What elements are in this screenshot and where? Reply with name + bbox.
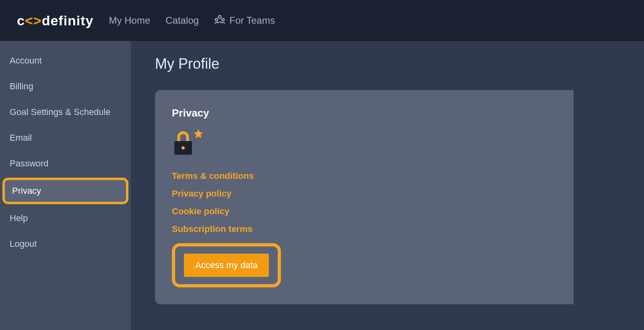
svg-point-1 xyxy=(215,18,218,21)
card-title: Privacy xyxy=(172,107,557,119)
content-area: My Profile Privacy Terms & conditions Pr… xyxy=(131,41,644,330)
link-label: Subscription terms xyxy=(172,224,252,234)
nav-for-teams[interactable]: For Teams xyxy=(214,14,275,27)
sidebar-item-help[interactable]: Help xyxy=(0,207,131,230)
logo-text-pre: c xyxy=(17,13,25,29)
sidebar-item-account[interactable]: Account xyxy=(0,49,131,72)
link-cookie-policy[interactable]: Cookie policy xyxy=(172,206,557,217)
sidebar-item-label: Privacy xyxy=(12,186,41,196)
link-terms-conditions[interactable]: Terms & conditions xyxy=(172,171,557,181)
logo[interactable]: c<>definity xyxy=(17,13,94,29)
privacy-card: Privacy Terms & conditions Privacy polic… xyxy=(155,90,574,304)
sidebar-item-label: Email xyxy=(10,133,32,143)
sidebar: Account Billing Goal Settings & Schedule… xyxy=(0,41,131,330)
nav-my-home-label: My Home xyxy=(109,15,151,26)
sidebar-item-password[interactable]: Password xyxy=(0,152,131,175)
sidebar-item-email[interactable]: Email xyxy=(0,126,131,150)
star-icon xyxy=(193,128,204,139)
svg-point-2 xyxy=(222,18,224,21)
sidebar-item-label: Help xyxy=(10,213,28,223)
link-privacy-policy[interactable]: Privacy policy xyxy=(172,189,557,199)
svg-point-0 xyxy=(218,16,221,18)
link-label: Privacy policy xyxy=(172,189,231,199)
sidebar-item-label: Account xyxy=(10,55,42,66)
sidebar-item-privacy[interactable]: Privacy xyxy=(2,178,128,204)
sidebar-item-goal-settings[interactable]: Goal Settings & Schedule xyxy=(0,100,131,124)
nav-catalog[interactable]: Catalog xyxy=(165,15,199,26)
svg-point-4 xyxy=(182,146,185,150)
link-label: Terms & conditions xyxy=(172,171,254,181)
nav-for-teams-label: For Teams xyxy=(229,15,275,26)
sidebar-item-label: Logout xyxy=(10,239,37,249)
link-label: Cookie policy xyxy=(172,206,229,216)
team-icon xyxy=(214,14,225,27)
page-title: My Profile xyxy=(155,55,644,72)
logo-bracket-close: > xyxy=(33,13,42,29)
header: c<>definity My Home Catalog For Teams xyxy=(0,0,644,41)
sidebar-item-label: Billing xyxy=(10,81,33,91)
sidebar-item-logout[interactable]: Logout xyxy=(0,232,131,256)
nav-my-home[interactable]: My Home xyxy=(109,15,151,26)
button-label: Access my data xyxy=(195,260,258,270)
logo-text-post: definity xyxy=(42,13,94,29)
nav-catalog-label: Catalog xyxy=(165,15,199,26)
sidebar-item-label: Password xyxy=(10,158,49,168)
button-highlight-frame: Access my data xyxy=(172,243,281,287)
lock-icon xyxy=(172,130,201,159)
access-my-data-button[interactable]: Access my data xyxy=(184,254,269,277)
link-subscription-terms[interactable]: Subscription terms xyxy=(172,224,557,234)
sidebar-item-billing[interactable]: Billing xyxy=(0,75,131,98)
logo-bracket-open: < xyxy=(25,13,33,29)
sidebar-item-label: Goal Settings & Schedule xyxy=(10,107,111,117)
